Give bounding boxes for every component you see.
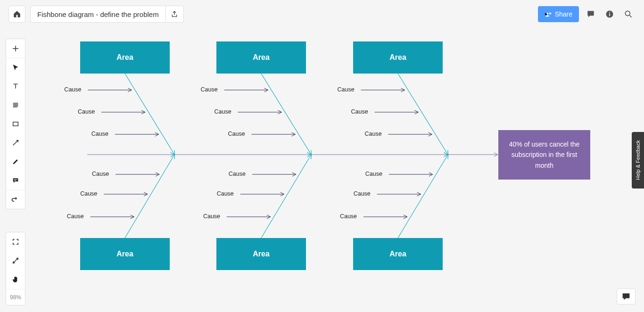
- svg-rect-7: [14, 180, 17, 181]
- cause-label[interactable]: Cause: [351, 108, 368, 115]
- search-button[interactable]: [621, 7, 636, 21]
- sticky-note-tool[interactable]: [6, 96, 25, 115]
- svg-rect-3: [609, 12, 610, 13]
- svg-rect-5: [13, 122, 18, 126]
- cause-label[interactable]: Cause: [67, 213, 84, 220]
- cause-label[interactable]: Cause: [64, 86, 81, 93]
- share-button[interactable]: Share: [538, 6, 579, 22]
- tools-toolbar: [6, 39, 25, 209]
- document-title[interactable]: Fishbone diagram - define the problem: [30, 6, 166, 23]
- cursor-tool[interactable]: [6, 58, 25, 77]
- svg-line-26: [398, 155, 448, 238]
- area-box-bottom[interactable]: Area: [353, 238, 443, 270]
- fit-screen-button[interactable]: [6, 232, 25, 251]
- cause-label[interactable]: Cause: [365, 131, 382, 137]
- arrow-tool[interactable]: [6, 133, 25, 152]
- comment-tool[interactable]: [6, 171, 25, 190]
- area-box-top[interactable]: Area: [353, 41, 443, 74]
- cause-label[interactable]: Cause: [215, 108, 231, 115]
- export-button[interactable]: [166, 6, 184, 23]
- zoom-percent[interactable]: 98%: [6, 289, 25, 305]
- cause-label[interactable]: Cause: [80, 190, 97, 197]
- cause-label[interactable]: Cause: [78, 108, 95, 115]
- area-box-top[interactable]: Area: [80, 41, 170, 74]
- cause-label[interactable]: Cause: [217, 190, 234, 197]
- cause-label[interactable]: Cause: [229, 171, 246, 177]
- svg-point-4: [625, 11, 630, 16]
- svg-rect-2: [609, 13, 610, 16]
- svg-rect-6: [14, 179, 17, 180]
- view-toolbar: 98%: [6, 232, 25, 305]
- cause-label[interactable]: Cause: [203, 213, 220, 220]
- svg-line-17: [261, 74, 311, 155]
- zoom-percent-text: 98%: [10, 294, 21, 301]
- shape-tool[interactable]: [6, 115, 25, 133]
- cause-label[interactable]: Cause: [92, 171, 109, 177]
- text-tool[interactable]: [6, 77, 25, 96]
- undo-button[interactable]: [6, 190, 25, 209]
- comments-button[interactable]: [584, 7, 598, 21]
- svg-line-9: [125, 74, 174, 155]
- svg-line-18: [261, 155, 311, 238]
- help-feedback-tab[interactable]: Help & Feedback: [632, 132, 644, 189]
- cause-label[interactable]: Cause: [365, 171, 382, 177]
- svg-line-25: [398, 74, 448, 155]
- area-box-bottom[interactable]: Area: [80, 238, 170, 270]
- home-button[interactable]: [8, 6, 25, 23]
- area-box-bottom[interactable]: Area: [216, 238, 306, 270]
- cause-label[interactable]: Cause: [340, 213, 357, 220]
- svg-line-10: [125, 155, 174, 238]
- cause-label[interactable]: Cause: [201, 86, 218, 93]
- pen-tool[interactable]: [6, 152, 25, 171]
- pan-tool[interactable]: [6, 270, 25, 289]
- cause-label[interactable]: Cause: [338, 86, 355, 93]
- problem-box[interactable]: 40% of users cancel the subscription in …: [498, 130, 590, 180]
- area-box-top[interactable]: Area: [216, 41, 306, 74]
- chat-bubble-button[interactable]: [617, 288, 636, 304]
- document-title-text: Fishbone diagram - define the problem: [37, 10, 159, 18]
- add-tool[interactable]: [6, 39, 25, 58]
- cause-label[interactable]: Cause: [354, 190, 371, 197]
- cause-label[interactable]: Cause: [91, 131, 108, 137]
- info-button[interactable]: [603, 7, 617, 21]
- svg-point-0: [546, 13, 548, 15]
- cause-label[interactable]: Cause: [228, 131, 245, 137]
- fullscreen-button[interactable]: [6, 251, 25, 270]
- help-feedback-label: Help & Feedback: [635, 140, 641, 180]
- share-button-label: Share: [555, 10, 572, 18]
